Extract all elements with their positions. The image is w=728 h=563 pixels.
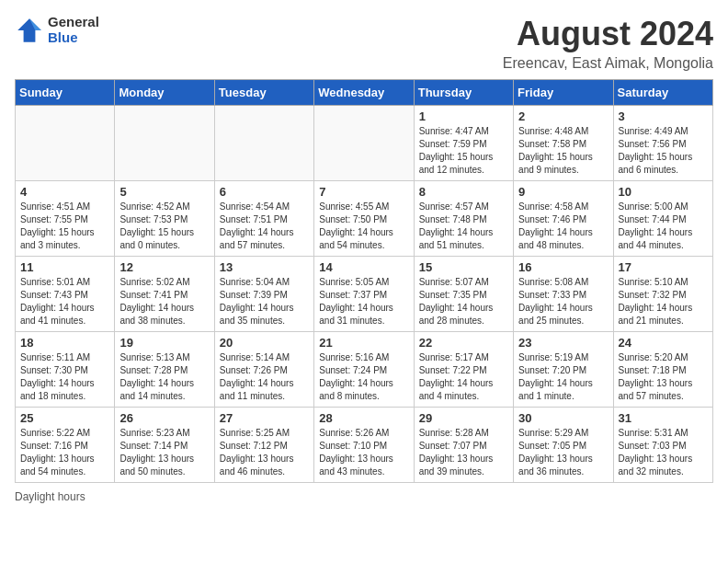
- day-number: 27: [220, 411, 309, 425]
- calendar-cell: 21Sunrise: 5:16 AM Sunset: 7:24 PM Dayli…: [314, 332, 414, 408]
- day-info: Sunrise: 4:58 AM Sunset: 7:46 PM Dayligh…: [518, 201, 608, 252]
- day-number: 20: [220, 336, 309, 350]
- calendar-cell: 16Sunrise: 5:08 AM Sunset: 7:33 PM Dayli…: [514, 257, 613, 332]
- day-info: Sunrise: 5:31 AM Sunset: 7:03 PM Dayligh…: [619, 427, 708, 478]
- calendar-cell: 6Sunrise: 4:54 AM Sunset: 7:51 PM Daylig…: [214, 181, 313, 257]
- legend-label: Daylight hours: [15, 490, 85, 503]
- calendar-cell: 13Sunrise: 5:04 AM Sunset: 7:39 PM Dayli…: [214, 257, 313, 332]
- day-number: 26: [119, 411, 209, 425]
- day-info: Sunrise: 5:13 AM Sunset: 7:28 PM Dayligh…: [119, 351, 209, 403]
- day-number: 8: [419, 185, 508, 199]
- day-info: Sunrise: 5:29 AM Sunset: 7:05 PM Dayligh…: [518, 427, 608, 478]
- calendar-cell: 14Sunrise: 5:05 AM Sunset: 7:37 PM Dayli…: [314, 257, 414, 332]
- calendar-header-tuesday: Tuesday: [214, 80, 313, 106]
- day-info: Sunrise: 5:19 AM Sunset: 7:20 PM Dayligh…: [518, 351, 608, 403]
- day-number: 29: [419, 411, 508, 425]
- day-number: 5: [119, 185, 209, 199]
- logo-general-text: General: [48, 15, 99, 30]
- calendar-header-wednesday: Wednesday: [314, 80, 414, 106]
- day-info: Sunrise: 5:00 AM Sunset: 7:44 PM Dayligh…: [619, 201, 708, 252]
- calendar-cell: 29Sunrise: 5:28 AM Sunset: 7:07 PM Dayli…: [414, 408, 513, 483]
- calendar-cell: 25Sunrise: 5:22 AM Sunset: 7:16 PM Dayli…: [16, 408, 115, 483]
- day-info: Sunrise: 5:17 AM Sunset: 7:22 PM Dayligh…: [419, 351, 508, 403]
- calendar-cell: 7Sunrise: 4:55 AM Sunset: 7:50 PM Daylig…: [314, 181, 414, 257]
- calendar-cell: [115, 106, 214, 181]
- calendar-cell: 23Sunrise: 5:19 AM Sunset: 7:20 PM Dayli…: [514, 332, 613, 408]
- day-info: Sunrise: 5:16 AM Sunset: 7:24 PM Dayligh…: [319, 351, 408, 403]
- page-subtitle: Ereencav, East Aimak, Mongolia: [503, 55, 713, 72]
- calendar-cell: 24Sunrise: 5:20 AM Sunset: 7:18 PM Dayli…: [613, 332, 712, 408]
- calendar-cell: 22Sunrise: 5:17 AM Sunset: 7:22 PM Dayli…: [414, 332, 513, 408]
- calendar-cell: 19Sunrise: 5:13 AM Sunset: 7:28 PM Dayli…: [115, 332, 214, 408]
- day-info: Sunrise: 4:47 AM Sunset: 7:59 PM Dayligh…: [419, 125, 508, 177]
- page-title: August 2024: [503, 15, 713, 53]
- day-number: 13: [220, 260, 309, 274]
- day-number: 9: [518, 185, 608, 199]
- calendar-week-4: 18Sunrise: 5:11 AM Sunset: 7:30 PM Dayli…: [16, 332, 713, 408]
- calendar-cell: 11Sunrise: 5:01 AM Sunset: 7:43 PM Dayli…: [16, 257, 115, 332]
- calendar-cell: 2Sunrise: 4:48 AM Sunset: 7:58 PM Daylig…: [514, 106, 613, 181]
- day-info: Sunrise: 4:48 AM Sunset: 7:58 PM Dayligh…: [518, 125, 608, 177]
- calendar-cell: 10Sunrise: 5:00 AM Sunset: 7:44 PM Dayli…: [613, 181, 712, 257]
- day-number: 2: [518, 109, 608, 123]
- day-number: 3: [619, 109, 708, 123]
- day-info: Sunrise: 5:23 AM Sunset: 7:14 PM Dayligh…: [119, 427, 209, 478]
- day-number: 14: [319, 260, 408, 274]
- calendar-cell: 28Sunrise: 5:26 AM Sunset: 7:10 PM Dayli…: [314, 408, 414, 483]
- calendar-header-thursday: Thursday: [414, 80, 513, 106]
- day-number: 23: [518, 336, 608, 350]
- calendar-header-row: SundayMondayTuesdayWednesdayThursdayFrid…: [16, 80, 713, 106]
- day-info: Sunrise: 4:57 AM Sunset: 7:48 PM Dayligh…: [419, 201, 508, 252]
- day-info: Sunrise: 5:14 AM Sunset: 7:26 PM Dayligh…: [220, 351, 309, 403]
- day-number: 11: [20, 260, 109, 274]
- day-number: 24: [619, 336, 708, 350]
- calendar-cell: 20Sunrise: 5:14 AM Sunset: 7:26 PM Dayli…: [214, 332, 313, 408]
- day-number: 18: [20, 336, 109, 350]
- day-info: Sunrise: 5:28 AM Sunset: 7:07 PM Dayligh…: [419, 427, 508, 478]
- day-info: Sunrise: 5:01 AM Sunset: 7:43 PM Dayligh…: [20, 276, 109, 327]
- day-number: 7: [319, 185, 408, 199]
- calendar-cell: [314, 106, 414, 181]
- day-number: 30: [518, 411, 608, 425]
- day-number: 17: [619, 260, 708, 274]
- title-block: August 2024 Ereencav, East Aimak, Mongol…: [503, 15, 713, 72]
- day-info: Sunrise: 5:25 AM Sunset: 7:12 PM Dayligh…: [220, 427, 309, 478]
- day-number: 31: [619, 411, 708, 425]
- day-number: 10: [619, 185, 708, 199]
- calendar-header-saturday: Saturday: [613, 80, 712, 106]
- day-info: Sunrise: 5:20 AM Sunset: 7:18 PM Dayligh…: [619, 351, 708, 403]
- calendar-cell: 8Sunrise: 4:57 AM Sunset: 7:48 PM Daylig…: [414, 181, 513, 257]
- header: General Blue August 2024 Ereencav, East …: [15, 15, 713, 72]
- day-number: 15: [419, 260, 508, 274]
- calendar-cell: 9Sunrise: 4:58 AM Sunset: 7:46 PM Daylig…: [514, 181, 613, 257]
- day-info: Sunrise: 5:08 AM Sunset: 7:33 PM Dayligh…: [518, 276, 608, 327]
- day-info: Sunrise: 4:55 AM Sunset: 7:50 PM Dayligh…: [319, 201, 408, 252]
- day-info: Sunrise: 5:22 AM Sunset: 7:16 PM Dayligh…: [20, 427, 109, 478]
- logo-blue-text: Blue: [48, 30, 99, 46]
- calendar-cell: 12Sunrise: 5:02 AM Sunset: 7:41 PM Dayli…: [115, 257, 214, 332]
- calendar-cell: 18Sunrise: 5:11 AM Sunset: 7:30 PM Dayli…: [16, 332, 115, 408]
- day-info: Sunrise: 4:51 AM Sunset: 7:55 PM Dayligh…: [20, 201, 109, 252]
- calendar: SundayMondayTuesdayWednesdayThursdayFrid…: [15, 79, 713, 483]
- calendar-cell: 3Sunrise: 4:49 AM Sunset: 7:56 PM Daylig…: [613, 106, 712, 181]
- calendar-cell: 26Sunrise: 5:23 AM Sunset: 7:14 PM Dayli…: [115, 408, 214, 483]
- day-info: Sunrise: 5:04 AM Sunset: 7:39 PM Dayligh…: [220, 276, 309, 327]
- day-number: 6: [220, 185, 309, 199]
- calendar-cell: 15Sunrise: 5:07 AM Sunset: 7:35 PM Dayli…: [414, 257, 513, 332]
- calendar-cell: 30Sunrise: 5:29 AM Sunset: 7:05 PM Dayli…: [514, 408, 613, 483]
- legend: Daylight hours: [15, 490, 713, 503]
- day-number: 19: [119, 336, 209, 350]
- calendar-header-monday: Monday: [115, 80, 214, 106]
- calendar-week-3: 11Sunrise: 5:01 AM Sunset: 7:43 PM Dayli…: [16, 257, 713, 332]
- calendar-week-5: 25Sunrise: 5:22 AM Sunset: 7:16 PM Dayli…: [16, 408, 713, 483]
- day-number: 25: [20, 411, 109, 425]
- calendar-cell: 4Sunrise: 4:51 AM Sunset: 7:55 PM Daylig…: [16, 181, 115, 257]
- day-number: 1: [419, 109, 508, 123]
- calendar-header-friday: Friday: [514, 80, 613, 106]
- day-info: Sunrise: 4:54 AM Sunset: 7:51 PM Dayligh…: [220, 201, 309, 252]
- calendar-week-1: 1Sunrise: 4:47 AM Sunset: 7:59 PM Daylig…: [16, 106, 713, 181]
- day-info: Sunrise: 4:49 AM Sunset: 7:56 PM Dayligh…: [619, 125, 708, 177]
- day-number: 21: [319, 336, 408, 350]
- day-info: Sunrise: 4:52 AM Sunset: 7:53 PM Dayligh…: [119, 201, 209, 252]
- calendar-week-2: 4Sunrise: 4:51 AM Sunset: 7:55 PM Daylig…: [16, 181, 713, 257]
